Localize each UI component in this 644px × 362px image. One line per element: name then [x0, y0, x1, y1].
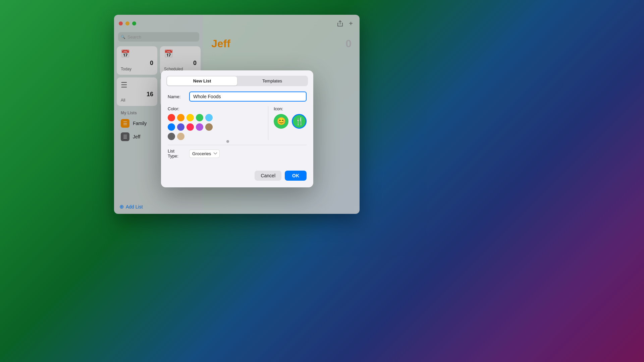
- color-swatches: [168, 114, 221, 140]
- color-section: Color:: [168, 106, 263, 140]
- color-teal[interactable]: [205, 114, 213, 121]
- name-label: Name:: [168, 94, 185, 99]
- modal-backdrop: New List Templates Name: Color:: [0, 0, 644, 362]
- tab-templates[interactable]: Templates: [237, 76, 307, 85]
- list-type-label: List Type:: [168, 148, 185, 159]
- color-blue[interactable]: [168, 123, 175, 131]
- icon-grid: 😊 🍴: [274, 114, 307, 129]
- ok-button[interactable]: OK: [285, 171, 307, 181]
- color-orange[interactable]: [177, 114, 184, 121]
- dialog-body: Name: Color:: [161, 86, 313, 171]
- color-purple[interactable]: [196, 123, 203, 131]
- color-icon-row: Color:: [168, 106, 307, 140]
- new-list-dialog: New List Templates Name: Color:: [161, 70, 313, 187]
- color-tan[interactable]: [177, 133, 184, 140]
- name-input[interactable]: [189, 92, 307, 102]
- color-yellow[interactable]: [186, 114, 194, 121]
- icon-smiley[interactable]: 😊: [274, 114, 288, 129]
- divider-1: [168, 145, 307, 145]
- list-type-select[interactable]: Groceries Standard Shopping: [189, 149, 220, 158]
- color-gray[interactable]: [168, 133, 175, 140]
- color-icon-divider: [268, 106, 268, 140]
- cancel-button[interactable]: Cancel: [255, 171, 281, 181]
- icon-label: Icon:: [274, 106, 307, 111]
- dialog-tabs: New List Templates: [166, 76, 308, 86]
- color-label: Color:: [168, 106, 263, 111]
- color-red-dark[interactable]: [186, 123, 194, 131]
- list-type-row: List Type: Groceries Standard Shopping: [168, 148, 307, 159]
- name-field-row: Name:: [168, 92, 307, 102]
- tab-new-list[interactable]: New List: [167, 76, 237, 85]
- color-red[interactable]: [168, 114, 175, 121]
- color-green[interactable]: [196, 114, 203, 121]
- icon-section: Icon: 😊 🍴: [274, 106, 307, 140]
- color-brown[interactable]: [205, 123, 213, 131]
- color-indigo[interactable]: [177, 123, 184, 131]
- icon-fork-knife[interactable]: 🍴: [292, 114, 307, 129]
- dialog-footer: Cancel OK: [161, 171, 313, 187]
